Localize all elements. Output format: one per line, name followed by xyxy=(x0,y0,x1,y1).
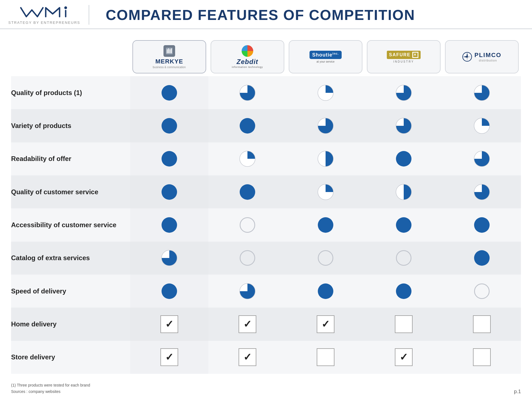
checkbox-checked xyxy=(317,315,334,333)
circle-container xyxy=(365,341,443,374)
circle-container xyxy=(443,175,521,208)
circle-indicator xyxy=(239,150,256,168)
circle-container xyxy=(287,175,365,208)
svg-point-46 xyxy=(162,217,177,233)
feature-value-cell xyxy=(443,208,521,241)
circle-indicator xyxy=(160,282,178,300)
circle-indicator xyxy=(473,183,491,201)
feature-value-cell xyxy=(443,142,521,175)
circle-container xyxy=(365,142,443,175)
plimco-logo: PLIMCO distribution xyxy=(462,52,502,62)
header: STRATEGY BY ENTREPRENEURS COMPARED FEATU… xyxy=(0,0,532,29)
circle-container xyxy=(287,208,365,241)
feature-value-cell xyxy=(208,109,287,142)
plimco-sub: distribution xyxy=(474,59,502,62)
feature-value-cell xyxy=(130,242,208,275)
feature-label: Quality of products (1) xyxy=(11,76,130,109)
svg-point-30 xyxy=(162,151,177,167)
circle-indicator xyxy=(473,150,491,168)
svg-rect-6 xyxy=(171,48,172,53)
circle-indicator xyxy=(395,150,413,168)
circle-indicator xyxy=(239,216,256,234)
feature-label: Catalog of extra services xyxy=(11,242,130,275)
circle-container xyxy=(208,208,287,241)
circle-indicator xyxy=(395,249,413,267)
table-row: Quality of products (1) xyxy=(11,76,521,109)
circle-container xyxy=(287,109,365,142)
circle-indicator xyxy=(160,249,178,267)
feature-label: Speed of delivery xyxy=(11,275,130,308)
feature-value-cell xyxy=(287,76,365,109)
safure-name: SAFURE ✕ xyxy=(387,51,421,59)
circle-container xyxy=(443,76,521,109)
svg-point-50 xyxy=(474,217,490,233)
circle-container xyxy=(130,109,208,142)
svg-rect-3 xyxy=(167,49,168,53)
svg-point-57 xyxy=(162,283,177,299)
circle-container xyxy=(208,341,287,374)
feature-label: Readability of offer xyxy=(11,142,130,175)
feature-value-cell xyxy=(130,275,208,308)
svg-point-12 xyxy=(466,56,468,57)
feature-value-cell xyxy=(208,208,287,241)
feature-value-cell xyxy=(287,175,365,208)
circle-container xyxy=(443,208,521,241)
table-row: Variety of products xyxy=(11,109,521,142)
feature-value-cell xyxy=(443,242,521,275)
circle-indicator xyxy=(317,282,334,300)
svg-point-53 xyxy=(240,251,255,265)
circle-container xyxy=(130,308,208,341)
company-header-zebdit: Zebdit information technology xyxy=(208,37,287,76)
feature-label: Store delivery xyxy=(11,341,130,374)
circle-container xyxy=(208,109,287,142)
circle-indicator xyxy=(160,183,178,201)
zebdit-circle-logo xyxy=(242,45,253,57)
main-content: MERKYE business & communication Zebdit i… xyxy=(0,29,532,379)
circle-container xyxy=(365,109,443,142)
circle-container xyxy=(208,142,287,175)
circle-indicator xyxy=(317,183,334,201)
plimco-compass-icon xyxy=(462,52,472,62)
circle-container xyxy=(208,275,287,308)
feature-value-cell xyxy=(130,208,208,241)
circle-container xyxy=(365,76,443,109)
svg-point-49 xyxy=(396,217,411,233)
company-header-safure: SAFURE ✕ INDUSTRY xyxy=(365,37,443,76)
feature-label: Home delivery xyxy=(11,308,130,341)
company-header-shoutie: Shoutieinc. at your service xyxy=(287,37,365,76)
feature-value-cell xyxy=(365,76,443,109)
footer-note-line1: (1) Three products were tested for each … xyxy=(11,382,90,388)
checkbox-checked xyxy=(395,348,413,366)
feature-value-cell xyxy=(208,308,287,341)
logo-subtitle: STRATEGY BY ENTREPRENEURS xyxy=(8,21,80,25)
circle-container xyxy=(130,76,208,109)
feature-label: Accessibility of customer service xyxy=(11,208,130,241)
feature-value-cell xyxy=(130,341,208,374)
svg-point-61 xyxy=(396,283,411,299)
circle-indicator xyxy=(239,183,256,201)
company-header-plimco: PLIMCO distribution xyxy=(443,37,521,76)
table-row: Speed of delivery xyxy=(11,275,521,308)
circle-container xyxy=(208,242,287,275)
svg-point-35 xyxy=(396,151,411,167)
svg-point-23 xyxy=(240,118,255,134)
feature-value-cell xyxy=(287,208,365,241)
feature-value-cell xyxy=(208,242,287,275)
logo-area: STRATEGY BY ENTREPRENEURS xyxy=(8,5,89,25)
feature-value-cell xyxy=(287,142,365,175)
svg-point-54 xyxy=(318,251,333,265)
circle-indicator xyxy=(317,117,334,135)
zebdit-sub: information technology xyxy=(232,66,263,68)
footer-note: (1) Three products were tested for each … xyxy=(11,382,90,395)
feature-value-cell xyxy=(208,76,287,109)
circle-container xyxy=(130,341,208,374)
plimco-name: PLIMCO xyxy=(474,52,502,59)
feature-value-cell xyxy=(365,208,443,241)
circle-container xyxy=(287,275,365,308)
feature-value-cell xyxy=(365,142,443,175)
checkbox-empty xyxy=(317,348,334,366)
circle-indicator xyxy=(473,117,491,135)
plimco-card: PLIMCO distribution xyxy=(445,40,519,73)
merkye-card: MERKYE business & communication xyxy=(132,40,206,73)
circle-indicator xyxy=(395,282,413,300)
